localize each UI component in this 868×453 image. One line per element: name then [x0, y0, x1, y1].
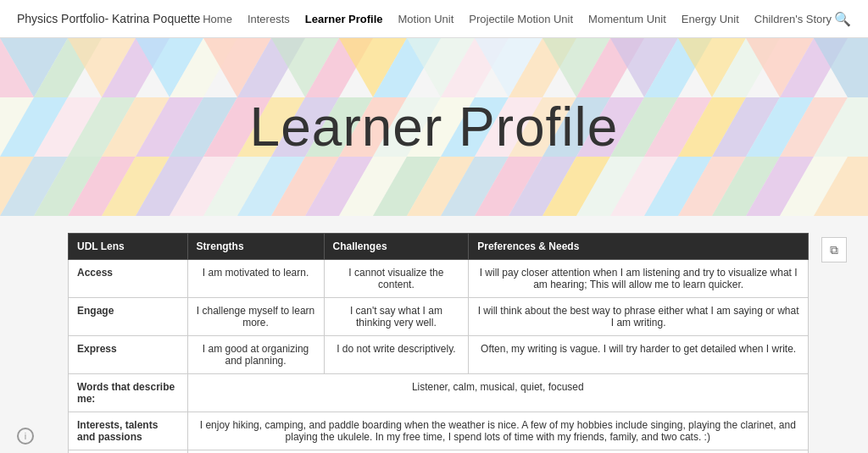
challenge-express: I do not write descriptively.: [324, 336, 469, 374]
col-challenges: Challenges: [324, 234, 469, 260]
nav-childrens-story[interactable]: Children's Story: [754, 13, 832, 25]
lens-words: Words that describe me:: [69, 374, 188, 412]
words-value: Listener, calm, musical, quiet, focused: [187, 374, 808, 412]
table-row: Aspirations A few goals I have for my fu…: [69, 450, 809, 454]
challenge-access: I cannot visualize the content.: [324, 260, 469, 298]
lens-aspirations: Aspirations: [69, 450, 188, 454]
nav-energy-unit[interactable]: Energy Unit: [682, 13, 739, 25]
table-header-row: UDL Lens Strengths Challenges Preference…: [69, 234, 809, 260]
sidebar-right: ⧉: [817, 233, 851, 453]
table-row: Words that describe me: Listener, calm, …: [69, 374, 809, 412]
lens-access: Access: [69, 260, 188, 298]
strength-access: I am motivated to learn.: [187, 260, 324, 298]
edit-icon[interactable]: ⧉: [821, 237, 847, 262]
udl-table: UDL Lens Strengths Challenges Preference…: [68, 233, 809, 453]
table-row: Engage I challenge myself to learn more.…: [69, 298, 809, 336]
col-preferences: Preferences & Needs: [469, 234, 809, 260]
nav-learner-profile[interactable]: Learner Profile: [305, 13, 383, 25]
nav-home[interactable]: Home: [203, 13, 232, 25]
nav-links: Home Interests Learner Profile Motion Un…: [203, 13, 832, 25]
nav-momentum-unit[interactable]: Momentum Unit: [588, 13, 666, 25]
site-brand: Physics Portfolio- Katrina Poquette: [17, 12, 200, 25]
navbar: Physics Portfolio- Katrina Poquette Home…: [0, 0, 868, 38]
lens-engage: Engage: [69, 298, 188, 336]
nav-projectile-motion[interactable]: Projectile Motion Unit: [469, 13, 573, 25]
challenge-engage: I can't say what I am thinking very well…: [324, 298, 469, 336]
table-row: Express I am good at organizing and plan…: [69, 336, 809, 374]
hero-banner: Learner Profile: [0, 38, 868, 216]
col-udl-lens: UDL Lens: [69, 234, 188, 260]
page-title: Learner Profile: [250, 96, 619, 158]
interests-value: I enjoy hiking, camping, and paddle boar…: [187, 412, 808, 450]
table-row: Interests, talents and passions I enjoy …: [69, 412, 809, 450]
col-strengths: Strengths: [187, 234, 324, 260]
nav-interests[interactable]: Interests: [248, 13, 290, 25]
lens-interests: Interests, talents and passions: [69, 412, 188, 450]
search-icon[interactable]: 🔍: [834, 11, 851, 27]
nav-motion-unit[interactable]: Motion Unit: [398, 13, 454, 25]
aspirations-value: A few goals I have for my future:: [187, 450, 808, 454]
pref-access: I will pay closer attention when I am li…: [469, 260, 809, 298]
strength-engage: I challenge myself to learn more.: [187, 298, 324, 336]
info-icon[interactable]: i: [17, 428, 34, 445]
strength-express: I am good at organizing and planning.: [187, 336, 324, 374]
pref-express: Often, my writing is vague. I will try h…: [469, 336, 809, 374]
content-area: UDL Lens Strengths Challenges Preference…: [0, 216, 868, 453]
table-wrapper: UDL Lens Strengths Challenges Preference…: [68, 233, 809, 453]
pref-engage: I will think about the best way to phras…: [469, 298, 809, 336]
table-row: Access I am motivated to learn. I cannot…: [69, 260, 809, 298]
lens-express: Express: [69, 336, 188, 374]
